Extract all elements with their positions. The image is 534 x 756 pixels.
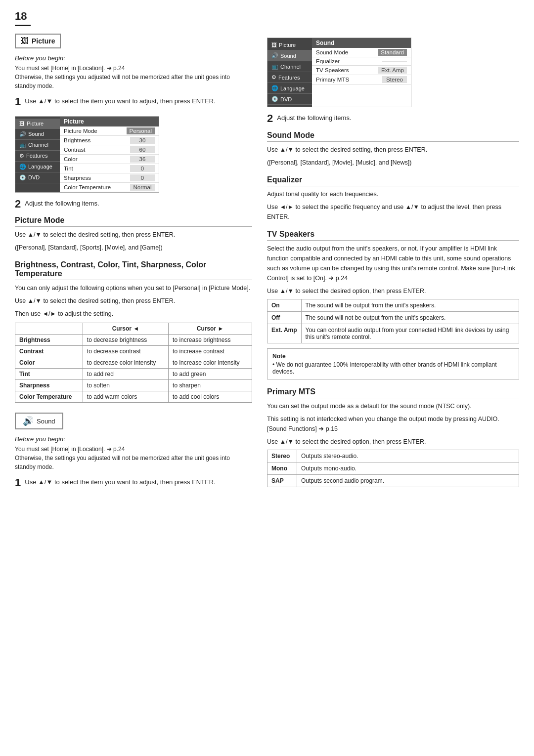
sharpness-value: 0 — [130, 174, 155, 181]
rsidebar-item-features[interactable]: ⚙ Features — [267, 72, 312, 83]
picture-mode-text2: ([Personal], [Standard], [Sports], [Movi… — [15, 243, 252, 252]
rsidebar-item-dvd[interactable]: 💿 DVD — [267, 94, 312, 105]
row-colortemp-left: to add warm colors — [83, 391, 168, 403]
brightness-label: Brightness — [64, 137, 130, 143]
sound-before-line2: Otherwise, the settings you adjusted wil… — [15, 455, 230, 470]
picture-mode-value: Personal — [127, 127, 155, 134]
rsidebar-item-sound[interactable]: 🔊 Sound — [267, 50, 312, 61]
picture-menu-sidebar: 🖼 Picture 🔊 Sound 📺 Channel ⚙ Features 🌐 — [15, 117, 60, 192]
table-row: Contrast to decrease contrast to increas… — [15, 346, 252, 357]
sidebar-item-features[interactable]: ⚙ Features — [15, 151, 60, 162]
sound-box-label: Sound — [37, 418, 55, 425]
picture-before-text: You must set [Home] in [Location]. ➜ p.2… — [15, 64, 252, 90]
picture-before-line1: You must set [Home] in [Location]. ➜ p.2… — [15, 65, 125, 72]
contrast-row: Contrast 60 — [60, 145, 159, 155]
option-off-desc: The sound will not be output from the un… — [301, 311, 519, 324]
row-sharpness-right: to sharpen — [169, 380, 252, 391]
row-color-left: to decrease color intensity — [83, 357, 168, 369]
primary-mts-menu-label: Primary MTS — [316, 77, 382, 83]
rsidebar-dvd-label: DVD — [280, 96, 292, 102]
picture-menu-screenshot: 🖼 Picture 🔊 Sound 📺 Channel ⚙ Features 🌐 — [15, 116, 159, 193]
sound-menu-content: Sound Sound Mode Standard Equalizer TV S… — [312, 38, 411, 107]
option-sap-desc: Outputs second audio program. — [297, 474, 519, 487]
primary-mts-menu-value: Stereo — [382, 76, 407, 83]
tint-value: 0 — [130, 165, 155, 172]
bcc-title: Brightness, Contrast, Color, Tint, Sharp… — [15, 260, 252, 280]
primary-mts-instr: Use ▲/▼ to select the desired option, th… — [267, 437, 519, 447]
sidebar-item-dvd[interactable]: 💿 DVD — [15, 172, 60, 183]
sound-menu-title: Sound — [312, 38, 411, 48]
sound-step1-text: Use ▲/▼ to select the item you want to a… — [25, 477, 252, 487]
row-tint-label: Tint — [15, 369, 83, 380]
sound-mode-menu-value: Standard — [378, 49, 407, 56]
rsidebar-item-channel[interactable]: 📺 Channel — [267, 61, 312, 72]
sidebar-sound-icon: 🔊 — [19, 131, 26, 137]
sidebar-language-label: Language — [28, 164, 52, 169]
sidebar-features-label: Features — [26, 153, 47, 159]
option-sap-label: SAP — [267, 474, 297, 487]
step2-number: 2 — [15, 199, 21, 210]
before-begin-label: Before you begin: — [15, 54, 252, 62]
option-mono-desc: Outputs mono-audio. — [297, 462, 519, 474]
picture-menu-title: Picture — [60, 117, 159, 126]
bcc-text2: Use ▲/▼ to select the desired setting, t… — [15, 296, 252, 306]
option-sap-row: SAP Outputs second audio program. — [267, 474, 519, 487]
sound-menu-screenshot: 🖼 Picture 🔊 Sound 📺 Channel ⚙ Features 🌐 — [267, 38, 411, 107]
rsidebar-language-label: Language — [280, 85, 305, 91]
color-temp-row: Color Temperature Normal — [60, 183, 159, 192]
option-on-label: On — [267, 299, 302, 311]
row-tint-left: to add red — [83, 369, 168, 380]
row-sharpness-left: to soften — [83, 380, 168, 391]
sidebar-item-picture[interactable]: 🖼 Picture — [15, 119, 60, 129]
color-row: Color 36 — [60, 155, 159, 164]
rsidebar-features-label: Features — [278, 75, 300, 81]
row-brightness-left: to decrease brightness — [83, 335, 168, 346]
option-extamp-label: Ext. Amp — [267, 324, 302, 343]
option-off-label: Off — [267, 311, 302, 324]
primary-mts-title: Primary MTS — [267, 387, 519, 398]
sharpness-row: Sharpness 0 — [60, 173, 159, 183]
picture-mode-text1: Use ▲/▼ to select the desired setting, t… — [15, 230, 252, 240]
table-row: Color Temperature to add warm colors to … — [15, 391, 252, 403]
rsidebar-channel-label: Channel — [280, 64, 301, 70]
picture-step1: 1 Use ▲/▼ to select the item you want to… — [15, 96, 252, 106]
picture-before-line2: Otherwise, the settings you adjusted wil… — [15, 74, 230, 89]
sound-step2-text: Adjust the following items. — [277, 113, 519, 123]
picture-menu-content: Picture Picture Mode Personal Brightness… — [60, 117, 159, 192]
sound-menu-sidebar: 🖼 Picture 🔊 Sound 📺 Channel ⚙ Features 🌐 — [267, 38, 312, 107]
sidebar-item-channel[interactable]: 📺 Channel — [15, 140, 60, 151]
rsidebar-item-picture[interactable]: 🖼 Picture — [267, 40, 312, 50]
rsidebar-dvd-icon: 💿 — [271, 96, 278, 102]
row-contrast-right: to increase contrast — [169, 346, 252, 357]
table-header-cursor-left: Cursor ◄ — [83, 323, 168, 335]
sound-section-wrapper: 🔊 Sound Before you begin: You must set [… — [15, 413, 252, 487]
picture-mode-title: Picture Mode — [15, 216, 252, 227]
option-on-desc: The sound will be output from the unit's… — [301, 299, 519, 311]
rsidebar-features-icon: ⚙ — [271, 74, 276, 81]
table-header-cursor-right: Cursor ► — [169, 323, 252, 335]
picture-mode-row: Picture Mode Personal — [60, 126, 159, 136]
option-mono-label: Mono — [267, 462, 297, 474]
adjustment-table: Cursor ◄ Cursor ► Brightness to decrease… — [15, 323, 252, 403]
tint-label: Tint — [64, 166, 130, 171]
row-tint-right: to add green — [169, 369, 252, 380]
sound-step2: 2 Adjust the following items. — [267, 113, 519, 123]
sound-icon: 🔊 — [23, 416, 34, 426]
picture-step2: 2 Adjust the following items. — [15, 199, 252, 209]
rsidebar-picture-label: Picture — [279, 42, 296, 48]
step1-number: 1 — [15, 96, 21, 107]
option-extamp-desc: You can control audio output from your c… — [301, 324, 519, 343]
equalizer-menu-label: Equalizer — [316, 58, 382, 64]
sidebar-item-language[interactable]: 🌐 Language — [15, 162, 60, 172]
primary-mts-option-table: Stereo Outputs stereo-audio. Mono Output… — [267, 450, 519, 487]
step1-text: Use ▲/▼ to select the item you want to a… — [25, 96, 252, 106]
option-stereo-row: Stereo Outputs stereo-audio. — [267, 450, 519, 462]
picture-section-box: 🖼 Picture — [15, 34, 61, 48]
row-sharpness-label: Sharpness — [15, 380, 83, 391]
rsidebar-item-language[interactable]: 🌐 Language — [267, 83, 312, 94]
row-color-right: to increase color intensity — [169, 357, 252, 369]
sound-mode-row: Sound Mode Standard — [312, 48, 411, 57]
picture-mode-label: Picture Mode — [64, 128, 127, 134]
tv-speakers-text1: Select the audio output from the unit's … — [267, 244, 519, 283]
sidebar-item-sound[interactable]: 🔊 Sound — [15, 129, 60, 140]
